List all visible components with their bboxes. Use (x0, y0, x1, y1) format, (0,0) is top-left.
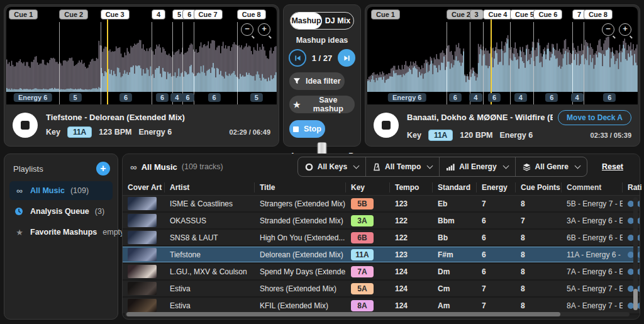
cover-art (128, 248, 157, 261)
zoom-in-icon[interactable]: + (258, 23, 270, 36)
energy-badge: Energy 6 (14, 93, 52, 102)
energy-badge: 4 (571, 93, 584, 102)
cue-marker[interactable]: Cue 6 (533, 9, 562, 20)
cue-marker[interactable]: Cue 2 (59, 9, 88, 20)
table-row[interactable]: OKASSUSStranded (Extended Mix)3A122Bbm67… (123, 213, 640, 230)
tempo-cell: 122 (390, 216, 433, 225)
vertical-scrollbar-thumb[interactable] (633, 289, 638, 310)
cue-line (447, 22, 447, 104)
save-mashup-button[interactable]: ★ Save mashup (289, 96, 355, 113)
previous-idea-button[interactable] (289, 49, 306, 67)
deck-b-stop-button[interactable] (374, 113, 399, 138)
idea-filter-button[interactable]: Idea filter (289, 72, 345, 90)
deck-b-waveform[interactable]: Cue 1Cue 23Cue 4Cue 5Cue 67Cue 8 Energy … (367, 7, 638, 104)
key-badge: 3A (351, 215, 374, 226)
sidebar-item-analysis-queue[interactable]: Analysis Queue(3) (9, 202, 113, 221)
comment-cell: 6B - Energy 6 - Enco... (562, 233, 623, 242)
reset-filters-button[interactable]: Reset (602, 162, 623, 171)
table-row[interactable]: EstivaShores (Extended Mix)5A124Cm785A -… (123, 281, 640, 298)
funnel-icon (293, 77, 301, 85)
column-header-comment[interactable]: Comment (562, 182, 623, 193)
energy-cell: 7 (477, 301, 516, 310)
cue-points-cell: 7 (516, 216, 562, 225)
metronome-icon (373, 163, 380, 171)
cue-marker[interactable]: Cue 8 (584, 9, 613, 20)
column-header-title[interactable]: Title (255, 182, 346, 193)
sidebar-item-favorite-mashups[interactable]: ★Favorite Mashupsempty (9, 223, 113, 242)
deck-b-playhead[interactable] (491, 13, 492, 104)
title-cell: Delorean (Extended Mix) (255, 250, 346, 259)
cover-art-cell (123, 214, 165, 227)
cue-line (483, 22, 484, 104)
table-row[interactable]: SNS8 & LAUTHigh On You (Extended...6B122… (123, 230, 640, 247)
cue-points-cell: 8 (516, 233, 562, 242)
horizontal-scrollbar[interactable] (125, 312, 630, 316)
comment-cell: 5B - Energy 7 - Enco... (562, 199, 623, 208)
cue-marker[interactable]: Cue 4 (483, 9, 512, 20)
column-header-key[interactable]: Key (346, 182, 390, 193)
column-header-rati[interactable]: Rati (623, 182, 644, 193)
deck-b-track-title: Banaati, Dokho & MØØNE - Wildfire (Exten… (407, 113, 553, 122)
mashup-control-panel: Mashup DJ Mix Mashup ideas 1 / 27 Idea f… (283, 4, 361, 147)
energy-badge: 4 (469, 93, 482, 102)
cue-marker[interactable]: Cue 7 (194, 9, 223, 20)
skip-next-icon (343, 54, 351, 62)
artist-cell: L.GU., MXV & Coulson (165, 267, 255, 276)
deck-a-waveform[interactable]: Cue 1Cue 2Cue 3456Cue 7Cue 8 Energy 6566… (6, 7, 277, 104)
column-header-cover-art[interactable]: Cover Art (123, 182, 165, 193)
column-header-artist[interactable]: Artist (165, 182, 255, 193)
skip-previous-icon (294, 54, 302, 62)
cue-marker[interactable]: Cue 8 (237, 9, 266, 20)
cue-marker[interactable]: 4 (152, 9, 165, 20)
filter-label: All Genre (535, 162, 569, 171)
energy-cell: 7 (477, 199, 516, 208)
filter-all-genre[interactable]: All Genre (515, 157, 587, 176)
cue-points-cell: 8 (516, 301, 562, 310)
table-row[interactable]: TiefstoneDelorean (Extended Mix)11A123F#… (123, 247, 640, 264)
energy-cell: 6 (477, 267, 516, 276)
energy-badge: Energy 6 (388, 93, 426, 102)
cue-line (237, 22, 238, 104)
key-cell: 5B (346, 198, 390, 209)
stop-playback-button[interactable]: Stop (289, 120, 325, 138)
deck-a-track-title: Tiefstone - Delorean (Extended Mix) (46, 113, 185, 122)
zoom-out-icon[interactable]: − (602, 23, 614, 36)
cue-marker[interactable]: Cue 1 (371, 9, 400, 20)
table-row[interactable]: ISME & CoastlinesStrangers (Extended Mix… (123, 196, 640, 213)
table-row[interactable]: L.GU., MXV & CoulsonSpend My Days (Exten… (123, 264, 640, 281)
artist-cell: ISME & Coastlines (165, 199, 255, 208)
column-header-tempo[interactable]: Tempo (390, 182, 433, 193)
deck-a-key-badge: 11A (67, 126, 92, 138)
column-header-standard[interactable]: Standard (433, 182, 477, 193)
cue-marker[interactable]: Cue 3 (101, 9, 130, 20)
mashup-ideas-label: Mashup ideas (284, 36, 360, 45)
chevron-down-icon (502, 163, 509, 169)
filter-all-energy[interactable]: All Energy (439, 157, 514, 176)
deck-a-playhead[interactable] (107, 13, 108, 104)
column-header-energy[interactable]: Energy (477, 182, 516, 193)
column-header-cue-points[interactable]: Cue Points (516, 182, 562, 193)
sidebar-item-all-music[interactable]: ∞All Music(109) (9, 181, 113, 200)
next-idea-button[interactable] (338, 49, 355, 67)
cue-marker[interactable]: 3 (470, 9, 484, 20)
cover-art (128, 299, 157, 312)
vertical-scrollbar[interactable] (633, 197, 638, 310)
filter-all-tempo[interactable]: All Tempo (365, 157, 439, 176)
tab-dj-mix[interactable]: DJ Mix (322, 13, 353, 29)
cue-marker[interactable]: Cue 1 (9, 9, 38, 20)
plus-icon: + (100, 162, 106, 175)
zoom-in-icon[interactable]: + (619, 23, 631, 36)
energy-badge: 5 (69, 93, 82, 102)
comment-cell: 5A - Energy 7 - Enco... (562, 284, 623, 293)
tab-mashup[interactable]: Mashup (291, 13, 322, 29)
add-playlist-button[interactable]: + (96, 162, 110, 176)
title-cell: Shores (Extended Mix) (255, 284, 346, 293)
zoom-out-icon[interactable]: − (241, 23, 253, 36)
cue-line (101, 22, 101, 104)
filter-all-keys[interactable]: All Keys (298, 157, 365, 176)
deck-a-stop-button[interactable] (13, 113, 38, 138)
cue-points-cell: 8 (516, 284, 562, 293)
horizontal-scrollbar-thumb[interactable] (126, 312, 560, 316)
energy-badge: 6 (545, 93, 558, 102)
move-to-deck-a-button[interactable]: Move to Deck A (558, 110, 631, 125)
